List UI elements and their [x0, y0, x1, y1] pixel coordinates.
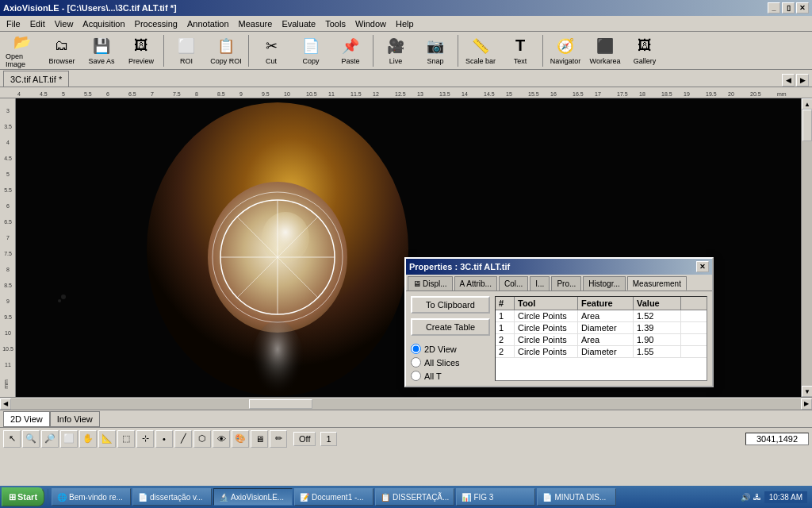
scroll-left-button[interactable]: ◀: [0, 398, 11, 410]
menu-help[interactable]: Help: [391, 17, 419, 30]
tool-btn-1[interactable]: ↖: [3, 430, 21, 448]
volume-icon[interactable]: 🔊: [741, 493, 750, 502]
num-button[interactable]: 1: [320, 432, 336, 446]
svg-text:17.5: 17.5: [617, 91, 628, 97]
menu-file[interactable]: File: [2, 17, 25, 30]
horizontal-scrollbar[interactable]: ◀ ▶: [0, 397, 812, 410]
tool-btn-9[interactable]: •: [155, 430, 173, 448]
create-table-button[interactable]: Create Table: [411, 318, 490, 336]
scroll-thumb-h[interactable]: [249, 399, 312, 409]
tool-btn-4[interactable]: ⬜: [60, 430, 78, 448]
tab-display[interactable]: 🖥 Displ...: [408, 276, 453, 291]
gallery-label: Gallery: [634, 57, 657, 65]
scroll-up-button[interactable]: ▲: [802, 98, 812, 110]
tab-info-view[interactable]: Info View: [50, 411, 100, 427]
scroll-right-button[interactable]: ▶: [801, 398, 812, 410]
tool-btn-3[interactable]: 🔎: [41, 430, 59, 448]
taskbar-axiovision[interactable]: 🔬 AxioVisionLE...: [213, 488, 293, 506]
tab-histogram[interactable]: Histogr...: [583, 276, 625, 291]
live-icon: 🎥: [386, 37, 405, 56]
start-button[interactable]: ⊞ Start: [2, 487, 44, 506]
tool-btn-10[interactable]: ╱: [174, 430, 192, 448]
tool-btn-2[interactable]: 🔍: [22, 430, 40, 448]
tab-2d-view[interactable]: 2D View: [3, 411, 50, 427]
radio-all-slices[interactable]: All Slices: [411, 357, 490, 368]
cut-button[interactable]: ✂ Cut: [252, 33, 290, 68]
tab-i[interactable]: I...: [530, 276, 550, 291]
taskbar-fig3[interactable]: 📊 FIG 3: [456, 488, 535, 506]
tab-measurement[interactable]: Measurement: [627, 276, 687, 291]
vertical-scrollbar[interactable]: ▲ ▼: [801, 98, 812, 397]
radio-all-t[interactable]: All T: [411, 371, 490, 381]
taskbar-dissertacao[interactable]: 📋 DISSERTAÇÃ...: [375, 488, 454, 506]
word-icon: 📝: [300, 493, 309, 502]
copy-button[interactable]: 📄 Copy: [292, 33, 330, 68]
restore-button[interactable]: ▯: [782, 2, 795, 13]
taskbar-minuta[interactable]: 📄 MINUTA DIS...: [537, 488, 616, 506]
tab-nav-prev[interactable]: ◀: [782, 74, 795, 87]
tab-pro[interactable]: Pro...: [551, 276, 581, 291]
image-canvas[interactable]: Properties : 3C.tif ALT.tif ✕ 🖥 Displ...…: [16, 98, 801, 397]
menu-annotation[interactable]: Annotation: [182, 17, 234, 30]
tool-btn-7[interactable]: ⬚: [117, 430, 135, 448]
snap-button[interactable]: 📷 Snap: [416, 33, 454, 68]
open-image-button[interactable]: 📂 Open Image: [3, 33, 41, 68]
scroll-down-button[interactable]: ▼: [802, 386, 812, 397]
taskbar-dissertation-v[interactable]: 📄 dissertação v...: [132, 488, 212, 506]
save-as-button[interactable]: 💾 Save As: [82, 33, 121, 68]
tab-nav-next[interactable]: ▶: [796, 74, 809, 87]
tool-btn-15[interactable]: ✏: [270, 430, 287, 448]
radio-2d-view[interactable]: 2D View: [411, 344, 490, 354]
tab-color[interactable]: Col...: [499, 276, 528, 291]
navigator-button[interactable]: 🧭 Navigator: [546, 33, 584, 68]
dialog-close-button[interactable]: ✕: [696, 261, 709, 272]
open-image-label: Open Image: [6, 52, 39, 68]
workarea-button[interactable]: ⬛ Workarea: [586, 33, 624, 68]
paste-button[interactable]: 📌 Paste: [331, 33, 370, 68]
menu-view[interactable]: View: [50, 17, 79, 30]
preview-button[interactable]: 🖼 Preview: [122, 33, 160, 68]
live-button[interactable]: 🎥 Live: [377, 33, 415, 68]
menu-processing[interactable]: Processing: [130, 17, 182, 30]
bottom-toolbar: ↖ 🔍 🔎 ⬜ ✋ 📐 ⬚ ⊹ • ╱ ⬡ 👁 🎨 🖥 ✏ Off: [0, 427, 812, 449]
svg-text:19.5: 19.5: [706, 91, 717, 97]
svg-text:7: 7: [151, 91, 154, 97]
paste-label: Paste: [341, 57, 359, 65]
network-icon[interactable]: 🖧: [753, 493, 761, 502]
tool-btn-14[interactable]: 🖥: [251, 430, 268, 448]
menu-acquisition[interactable]: Acquisition: [78, 17, 129, 30]
tool-btn-5[interactable]: ✋: [79, 430, 97, 448]
menu-edit[interactable]: Edit: [25, 17, 50, 30]
menu-evaluate[interactable]: Evaluate: [277, 17, 320, 30]
file-tab[interactable]: 3C.tif ALT.tif *: [3, 71, 69, 87]
menu-measure[interactable]: Measure: [234, 17, 278, 30]
tool-btn-6[interactable]: 📐: [98, 430, 116, 448]
scroll-track-v[interactable]: [802, 110, 812, 386]
copy-roi-button[interactable]: 📋 Copy ROI: [207, 33, 245, 68]
fit-icon: ⬜: [63, 433, 75, 444]
gallery-button[interactable]: 🖼 Gallery: [626, 33, 664, 68]
text-button[interactable]: T Text: [501, 33, 539, 68]
menu-window[interactable]: Window: [350, 17, 391, 30]
table-row: 1 Circle Points Diameter 1.39: [496, 322, 707, 334]
tab-attributes[interactable]: A Attrib...: [454, 276, 497, 291]
svg-text:18.5: 18.5: [661, 91, 672, 97]
taskbar-browser[interactable]: 🌐 Bem-vindo re...: [52, 488, 131, 506]
tool-btn-13[interactable]: 🎨: [232, 430, 249, 448]
tool-btn-8[interactable]: ⊹: [136, 430, 154, 448]
to-clipboard-button[interactable]: To Clipboard: [411, 296, 490, 314]
scroll-thumb-v[interactable]: [802, 110, 812, 141]
scroll-track-h[interactable]: [11, 398, 801, 410]
off-button[interactable]: Off: [293, 432, 316, 446]
scale-bar-button[interactable]: 📏 Scale bar: [462, 33, 500, 68]
tool-btn-11[interactable]: ⬡: [193, 430, 211, 448]
svg-text:13.5: 13.5: [439, 91, 450, 97]
tool-btn-12[interactable]: 👁: [213, 430, 230, 448]
close-button[interactable]: ✕: [796, 2, 809, 13]
menu-tools[interactable]: Tools: [320, 17, 350, 30]
roi-button[interactable]: ⬜ ROI: [167, 33, 205, 68]
properties-dialog: Properties : 3C.tif ALT.tif ✕ 🖥 Displ...…: [404, 257, 714, 387]
browser-button[interactable]: 🗂 Browser: [43, 33, 81, 68]
taskbar-document1[interactable]: 📝 Document1 -...: [294, 488, 373, 506]
minimize-button[interactable]: _: [768, 2, 780, 13]
